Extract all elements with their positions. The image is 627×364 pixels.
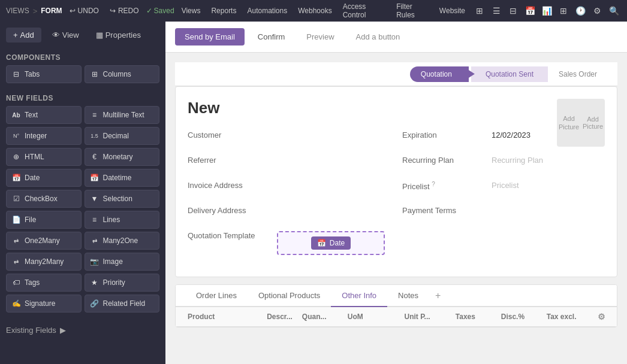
nav-website[interactable]: Website xyxy=(436,5,469,16)
pricelist-tooltip[interactable]: ? xyxy=(432,181,435,187)
redo-icon: ↪ xyxy=(110,7,116,15)
view-button[interactable]: 👁 View xyxy=(46,28,85,43)
tab-notes[interactable]: Notes xyxy=(387,285,429,307)
search-icon[interactable]: 🔍 xyxy=(607,4,621,18)
send-by-email-button[interactable]: Send by Email xyxy=(175,28,245,46)
date-drop-zone[interactable]: 📅 Date xyxy=(277,231,385,255)
status-sales-order[interactable]: Sales Order xyxy=(548,66,608,82)
col-unit-price: Unit P... xyxy=(399,313,450,321)
tab-optional-products[interactable]: Optional Products xyxy=(248,285,331,307)
tabs-card: Order Lines Optional Products Other Info… xyxy=(175,284,617,327)
quotation-template-value[interactable]: 📅 Date xyxy=(272,228,390,259)
tab-order-lines[interactable]: Order Lines xyxy=(185,285,248,307)
field-text[interactable]: Ab Text xyxy=(6,106,82,124)
nav-views[interactable]: Views xyxy=(178,5,204,16)
clock-icon[interactable]: 🕐 xyxy=(573,4,587,18)
status-quotation[interactable]: Quotation xyxy=(410,66,469,82)
grid-icon[interactable]: ⊞ xyxy=(472,4,487,18)
form-card: New Add Picture Add Picture Customer R xyxy=(175,86,617,277)
datetime-icon: 📅 xyxy=(90,173,100,183)
delivery-address-value[interactable] xyxy=(272,202,390,219)
field-html[interactable]: ⊕ HTML xyxy=(6,148,82,166)
payment-terms-value[interactable] xyxy=(486,202,605,219)
field-one2many[interactable]: ⇄ One2Many xyxy=(6,232,82,250)
topbar-left: VIEWS > FORM ↩ UNDO ↪ REDO ✓ Saved Views… xyxy=(6,1,469,20)
preview-button[interactable]: Preview xyxy=(298,28,342,46)
monetary-icon: € xyxy=(90,152,100,162)
columns-icon[interactable]: ⊟ xyxy=(506,4,520,18)
date-icon: 📅 xyxy=(11,173,21,183)
form-row-pricelist: Pricelist ? Pricelist xyxy=(402,177,605,196)
lines-icon: ≡ xyxy=(90,215,100,225)
existing-fields-row[interactable]: Existing Fields ▶ xyxy=(6,322,159,338)
existing-fields-label: Existing Fields xyxy=(6,326,56,335)
invoice-address-label: Invoice Address xyxy=(188,177,272,190)
invoice-address-value[interactable] xyxy=(272,177,390,194)
field-file[interactable]: 📄 File xyxy=(6,211,82,229)
table-settings-icon[interactable]: ⚙ xyxy=(598,312,605,321)
component-tabs[interactable]: ⊟ Tabs xyxy=(6,65,82,83)
form-body: Customer Referrer Invoice Address D xyxy=(188,127,605,265)
chevron-right-icon: ▶ xyxy=(60,326,66,335)
field-many2many[interactable]: ⇄ Many2Many xyxy=(6,253,82,271)
settings-icon[interactable]: ⚙ xyxy=(590,4,604,18)
undo-button[interactable]: ↩ UNDO xyxy=(66,5,103,16)
field-many2one[interactable]: ⇄ Many2One xyxy=(85,232,160,250)
field-related-field[interactable]: 🔗 Related Field xyxy=(85,295,160,313)
delivery-address-label: Delivery Address xyxy=(188,202,272,215)
check-icon: ✓ xyxy=(146,7,152,15)
table-icon[interactable]: ⊞ xyxy=(556,4,571,18)
add-picture-placeholder[interactable]: Add Picture Add Picture xyxy=(557,99,605,147)
field-date[interactable]: 📅 Date xyxy=(6,169,82,187)
form-right-col: Expiration 12/02/2023 Recurring Plan Rec… xyxy=(402,127,605,265)
col-settings: ⚙ xyxy=(593,312,610,321)
tab-add-button[interactable]: + xyxy=(429,286,447,306)
field-tags[interactable]: 🏷 Tags xyxy=(6,274,82,292)
redo-button[interactable]: ↪ REDO xyxy=(106,5,143,16)
many2many-icon: ⇄ xyxy=(11,257,21,266)
confirm-button[interactable]: Confirm xyxy=(249,28,294,46)
col-product: Product xyxy=(183,313,262,321)
field-integer[interactable]: N° Integer xyxy=(6,127,82,145)
form-toolbar: Send by Email Confirm Preview Add a butt… xyxy=(165,22,627,53)
html-icon: ⊕ xyxy=(11,152,21,162)
field-checkbox[interactable]: ☑ CheckBox xyxy=(6,190,82,208)
nav-automations[interactable]: Automations xyxy=(243,5,291,16)
saved-indicator: ✓ Saved xyxy=(146,7,174,15)
col-description: Descr... xyxy=(262,313,297,321)
add-button-button[interactable]: Add a button xyxy=(348,28,409,46)
nav-access-control[interactable]: Access Control xyxy=(339,1,389,20)
quotation-template-label: Quotation Template xyxy=(188,228,272,240)
nav-webhooks[interactable]: Webhooks xyxy=(294,5,335,16)
customer-value[interactable] xyxy=(272,127,390,144)
field-decimal[interactable]: 1.5 Decimal xyxy=(85,127,160,145)
field-lines[interactable]: ≡ Lines xyxy=(85,211,160,229)
calendar-icon[interactable]: 📅 xyxy=(523,4,537,18)
expiration-label: Expiration xyxy=(402,127,486,139)
properties-button[interactable]: ▦ Properties xyxy=(90,28,147,43)
field-selection[interactable]: ▼ Selection xyxy=(85,190,160,208)
field-image[interactable]: 📷 Image xyxy=(85,253,160,271)
nav-reports[interactable]: Reports xyxy=(207,5,240,16)
chart-icon[interactable]: 📊 xyxy=(539,4,554,18)
referrer-value[interactable] xyxy=(272,152,390,169)
topbar: VIEWS > FORM ↩ UNDO ↪ REDO ✓ Saved Views… xyxy=(0,0,627,22)
pricelist-value[interactable]: Pricelist xyxy=(486,177,605,194)
form-row-customer: Customer xyxy=(188,127,390,146)
field-multiline-text[interactable]: ≡ Multiline Text xyxy=(85,106,160,124)
add-button[interactable]: + + Add Add xyxy=(6,28,41,43)
field-priority[interactable]: ★ Priority xyxy=(85,274,160,292)
component-columns[interactable]: ⊞ Columns xyxy=(85,65,160,83)
field-monetary[interactable]: € Monetary xyxy=(85,148,160,166)
list-icon[interactable]: ☰ xyxy=(489,4,504,18)
field-signature[interactable]: ✍ Signature xyxy=(6,295,82,313)
tab-other-info[interactable]: Other Info xyxy=(331,285,387,307)
field-datetime[interactable]: 📅 Datetime xyxy=(85,169,160,187)
sidebar-actions: + + Add Add 👁 View ▦ Properties xyxy=(6,28,159,43)
components-grid: ⊟ Tabs ⊞ Columns xyxy=(6,65,159,83)
recurring-plan-value[interactable]: Recurring Plan xyxy=(486,152,605,169)
nav-filter-rules[interactable]: Filter Rules xyxy=(393,1,432,20)
form-row-invoice-address: Invoice Address xyxy=(188,177,390,196)
topbar-right: ⊞ ☰ ⊟ 📅 📊 ⊞ 🕐 ⚙ 🔍 xyxy=(472,4,621,18)
status-quotation-sent[interactable]: Quotation Sent xyxy=(471,66,548,82)
